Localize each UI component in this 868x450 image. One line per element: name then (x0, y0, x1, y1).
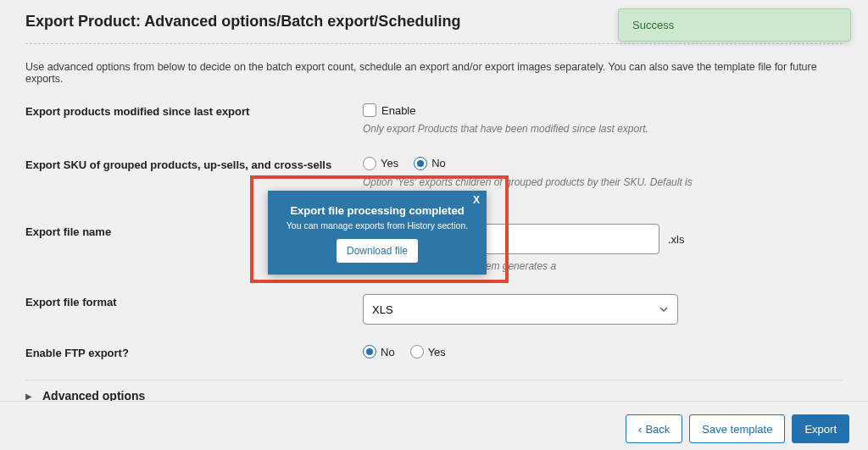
divider (25, 43, 843, 44)
modal-subtitle: You can manage exports from History sect… (280, 220, 475, 231)
footer-bar: ‹ Back Save template Export (0, 401, 868, 450)
ftp-radio-yes-label: Yes (428, 346, 446, 358)
modal-close-button[interactable]: X (473, 194, 480, 206)
chevron-right-icon: ▶ (25, 392, 32, 401)
sku-radio-yes[interactable]: Yes (363, 157, 398, 170)
export-complete-modal: X Export file processing completed You c… (268, 191, 487, 275)
back-button[interactable]: ‹ Back (626, 414, 682, 443)
intro-text: Use advanced options from below to decid… (25, 61, 843, 85)
ftp-radio-yes[interactable]: Yes (410, 345, 446, 358)
enable-modified-checkbox[interactable] (363, 103, 376, 117)
sku-radio-no-label: No (431, 157, 446, 169)
back-button-label: Back (645, 423, 670, 436)
modal-title: Export file processing completed (280, 204, 475, 217)
label-sku-related: Export SKU of grouped products, up-sells… (25, 157, 363, 171)
label-ftp: Enable FTP export? (25, 345, 363, 359)
download-file-button[interactable]: Download file (337, 239, 418, 263)
sku-radio-yes-label: Yes (381, 157, 398, 169)
success-toast: Success (618, 8, 851, 42)
chevron-left-icon: ‹ (638, 423, 642, 436)
ftp-radio-no-label: No (381, 346, 395, 358)
sku-radio-no[interactable]: No (414, 157, 446, 170)
format-select[interactable]: XLS (363, 294, 678, 325)
ftp-radio-no[interactable]: No (363, 345, 395, 358)
label-format: Export file format (25, 294, 363, 308)
enable-modified-label: Enable (381, 104, 415, 117)
save-template-button[interactable]: Save template (689, 414, 785, 443)
filename-ext: .xls (668, 233, 685, 246)
export-button[interactable]: Export (792, 414, 849, 443)
label-modified-since: Export products modified since last expo… (25, 103, 363, 118)
help-modified-since: Only export Products that have been modi… (363, 122, 702, 136)
